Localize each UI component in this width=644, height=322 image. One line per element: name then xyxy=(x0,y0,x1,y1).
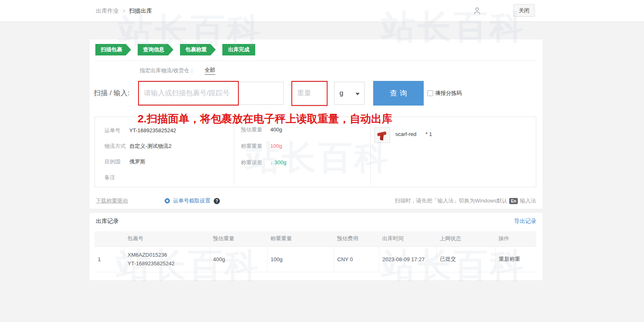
scan-card: 扫描包裹 查询信息 包裹称重 出库完成 指定出库物流/收货仓： 全部 扫描 / … xyxy=(90,39,542,209)
step-outbound-done: 出库完成 xyxy=(222,44,255,55)
estimated-weight-label: 预估重量 xyxy=(241,126,269,133)
close-button[interactable]: 关闭 xyxy=(513,4,535,17)
warehouse-filter-value[interactable]: 全部 xyxy=(205,67,215,75)
col-online-status: 上网状态 xyxy=(436,231,495,246)
cell-package-no: XM6AZD015236 YT-1689235825242 xyxy=(124,246,210,272)
status-badge: 已提交 xyxy=(436,246,495,272)
export-records-link[interactable]: 导出记录 xyxy=(514,218,536,225)
divider xyxy=(370,120,371,184)
down-arrow-icon: ↓ xyxy=(270,159,273,166)
scan-input-label: 扫描 / 输入: xyxy=(94,81,129,106)
estimated-weight-value: 400g xyxy=(270,126,282,133)
step-query-info: 查询信息 xyxy=(138,44,173,55)
topbar: 出库作业 > 扫描出库 关闭 xyxy=(0,0,644,22)
waybill-no-label: 运单号 xyxy=(104,127,128,134)
table-row: 1 XM6AZD015236 YT-1689235825242 400g 100… xyxy=(95,246,536,272)
logistics-method-value: 自定义-测试物流2 xyxy=(129,143,172,149)
weight-error-label: 称重误差 xyxy=(241,159,269,166)
waybill-no-value: YT-1689235825242 xyxy=(129,127,176,133)
logistics-method-label: 物流方式 xyxy=(104,143,128,150)
broadcast-label: 播报分拣码 xyxy=(435,90,462,97)
col-estimated-weight: 预估重量 xyxy=(210,231,267,246)
remark-label: 备注 xyxy=(104,174,128,181)
weighed-weight-label: 称重重量 xyxy=(241,143,269,150)
weight-unit-select[interactable]: g xyxy=(334,82,365,105)
product-item: scarf-red * 1 xyxy=(374,127,432,143)
annotation-text: 2.扫描面单，将包裹放在电子秤上读取重量，自动出库 xyxy=(138,112,392,126)
question-icon[interactable]: ? xyxy=(214,198,220,204)
package-number-input[interactable] xyxy=(138,82,284,105)
step-scan-package: 扫描包裹 xyxy=(95,44,131,55)
reweigh-link[interactable]: 重新称重 xyxy=(495,246,536,272)
breadcrumb: 出库作业 > 扫描出库 xyxy=(96,0,152,22)
breadcrumb-parent[interactable]: 出库作业 xyxy=(96,7,119,15)
weight-error-value: 300g xyxy=(275,159,286,166)
package-number: XM6AZD015236 xyxy=(128,251,206,259)
broadcast-sorting-code-option[interactable]: 播报分拣码 xyxy=(427,90,462,97)
divider xyxy=(95,60,537,61)
weighed-weight-value: 100g xyxy=(270,143,282,149)
cell-weighed-weight: 100g xyxy=(267,246,334,272)
divider xyxy=(234,120,234,184)
chevron-down-icon xyxy=(355,93,360,95)
col-estimated-cost: 预估费用 xyxy=(334,231,379,246)
col-operation: 操作 xyxy=(495,231,536,246)
red-scarf-image xyxy=(374,127,390,143)
cell-outbound-time: 2023-08-09 17:27 xyxy=(379,246,436,272)
destination-country-label: 目的国 xyxy=(104,158,128,166)
step-weigh-package: 包裹称重 xyxy=(180,44,216,55)
ime-tip-prefix: 扫描时，请先把「输入法」切换为Windows默认 xyxy=(395,197,507,205)
query-button[interactable]: 查询 xyxy=(373,81,424,106)
breadcrumb-current: 扫描出库 xyxy=(129,7,152,15)
records-card: 出库记录 导出记录 包裹号 预估重量 称重重量 预估费用 出库时间 上网状态 操… xyxy=(90,213,542,280)
breadcrumb-separator: > xyxy=(122,8,125,14)
col-index xyxy=(95,231,124,246)
col-weighed-weight: 称重重量 xyxy=(267,231,334,246)
waybill-number: YT-1689235825242 xyxy=(128,259,206,268)
col-outbound-time: 出库时间 xyxy=(379,231,436,246)
cell-index: 1 xyxy=(95,246,124,272)
en-badge: En xyxy=(509,198,518,204)
download-weighing-driver-link[interactable]: 下载称重驱动 xyxy=(96,197,128,205)
waybill-intercept-settings-link[interactable]: 运单号截取设置 xyxy=(173,197,210,205)
records-table: 包裹号 预估重量 称重重量 预估费用 出库时间 上网状态 操作 1 XM6AZD… xyxy=(95,231,536,272)
user-icon[interactable] xyxy=(473,7,481,16)
col-package-no: 包裹号 xyxy=(124,231,210,246)
weight-input[interactable] xyxy=(292,82,327,105)
records-title: 出库记录 xyxy=(96,218,119,225)
broadcast-checkbox[interactable] xyxy=(427,90,433,96)
warehouse-filter-label: 指定出库物流/收货仓： xyxy=(140,67,195,74)
table-header-row: 包裹号 预估重量 称重重量 预估费用 出库时间 上网状态 操作 xyxy=(95,231,536,246)
product-name: scarf-red xyxy=(395,131,416,137)
package-info-panel: 运单号 YT-1689235825242 物流方式 自定义-测试物流2 目的国 … xyxy=(95,117,536,187)
ime-tip: 扫描时，请先把「输入法」切换为Windows默认 En 输入法 xyxy=(395,197,536,205)
ime-tip-suffix: 输入法 xyxy=(520,197,536,205)
weight-unit-value: g xyxy=(339,89,343,97)
product-quantity: * 1 xyxy=(425,131,432,137)
cell-estimated-cost: CNY 0 xyxy=(334,246,379,272)
gear-icon[interactable] xyxy=(164,198,171,204)
step-indicator: 扫描包裹 查询信息 包裹称重 出库完成 xyxy=(95,44,262,55)
destination-country-value: 俄罗斯 xyxy=(129,159,145,165)
cell-estimated-weight: 400g xyxy=(210,246,267,272)
